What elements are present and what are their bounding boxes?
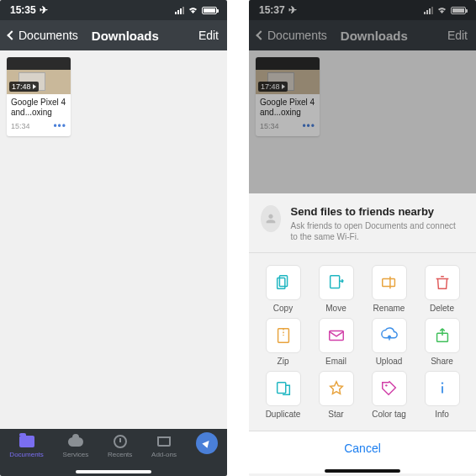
action-label: Color tag: [372, 410, 406, 419]
duplicate-button[interactable]: [266, 371, 301, 406]
action-delete: Delete: [418, 265, 466, 313]
action-label: Zip: [278, 357, 289, 366]
action-label: Delete: [430, 304, 454, 313]
location-icon: ✈: [288, 4, 297, 16]
action-share: Share: [418, 318, 466, 366]
nav-bar: Documents Downloads Edit: [249, 20, 476, 50]
file-item[interactable]: 17:48 Google Pixel 4 and...oxing 15:34 •…: [7, 57, 71, 136]
tab-addons[interactable]: Add-ons: [151, 434, 177, 458]
action-duplicate: Duplicate: [259, 371, 307, 419]
page-title: Downloads: [92, 29, 159, 43]
tab-browser[interactable]: [196, 434, 218, 454]
move-button[interactable]: [319, 265, 354, 300]
action-star: Star: [312, 371, 360, 419]
action-label: Share: [431, 357, 453, 366]
share-heading: Send files to friends nearby: [291, 205, 464, 218]
file-thumbnail: 17:48: [7, 57, 71, 94]
more-button[interactable]: •••: [53, 120, 66, 132]
share-icon: [433, 326, 452, 345]
rename-button[interactable]: [372, 265, 407, 300]
page-title: Downloads: [341, 29, 408, 43]
back-button[interactable]: Documents: [257, 29, 327, 42]
action-label: Move: [325, 304, 346, 313]
action-move: Move: [312, 265, 360, 313]
back-label: Documents: [19, 29, 78, 42]
star-icon: [327, 379, 346, 398]
folder-icon: [19, 436, 34, 447]
svg-rect-0: [279, 276, 287, 287]
status-bar: 15:37 ✈: [249, 0, 476, 20]
cloud-icon: [68, 437, 83, 447]
svg-point-10: [385, 384, 387, 386]
play-icon: [282, 84, 285, 89]
battery-icon: [451, 7, 466, 14]
svg-rect-3: [382, 278, 394, 286]
file-time: 15:34: [11, 122, 30, 130]
file-time: 15:34: [260, 122, 279, 130]
file-title: Google Pixel 4 and...oxing: [11, 98, 66, 118]
tab-documents[interactable]: Documents: [9, 434, 43, 458]
tab-recents[interactable]: Recents: [108, 434, 132, 458]
home-indicator[interactable]: [325, 469, 400, 473]
tab-services[interactable]: Services: [63, 434, 89, 458]
info-button[interactable]: [425, 371, 460, 406]
status-time: 15:35: [10, 4, 36, 16]
edit-button[interactable]: Edit: [198, 29, 219, 42]
copy-button[interactable]: [266, 265, 301, 300]
star-button[interactable]: [319, 371, 354, 406]
email-icon: [327, 326, 346, 345]
colortag-button[interactable]: [372, 371, 407, 406]
email-button[interactable]: [319, 318, 354, 353]
edit-button[interactable]: Edit: [447, 29, 468, 42]
phone-left: 15:35 ✈ Documents Downloads Edit 17:48: [0, 0, 227, 476]
signal-icon: [175, 7, 184, 14]
file-thumbnail: 17:48: [256, 57, 320, 94]
upload-button[interactable]: [372, 318, 407, 353]
action-sheet: Send files to friends nearby Ask friends…: [249, 193, 476, 476]
location-icon: ✈: [40, 4, 48, 16]
svg-rect-1: [277, 278, 284, 289]
cart-icon: [157, 436, 171, 447]
action-label: Rename: [373, 304, 405, 313]
action-info: Info: [418, 371, 466, 419]
status-bar: 15:35 ✈: [0, 0, 227, 20]
upload-icon: [380, 326, 399, 345]
duration-badge: 17:48: [258, 82, 288, 92]
action-email: Email: [312, 318, 360, 366]
phone-right: 15:37 ✈ Documents Downloads Edit 17:48: [249, 0, 476, 476]
file-item[interactable]: 17:48 Google Pixel 4 and...oxing 15:34 •…: [256, 57, 320, 136]
action-label: Star: [328, 410, 343, 419]
wifi-icon: [188, 6, 198, 14]
battery-icon: [202, 7, 217, 14]
file-title: Google Pixel 4 and...oxing: [260, 98, 315, 118]
svg-rect-9: [277, 383, 285, 394]
wifi-icon: [436, 6, 447, 14]
clock-icon: [114, 435, 127, 448]
action-label: Email: [325, 357, 346, 366]
action-grid: CopyMoveRenameDeleteZipEmailUploadShareD…: [249, 253, 476, 431]
chevron-left-icon: [7, 30, 16, 40]
info-icon: [433, 379, 452, 398]
action-colortag: Color tag: [365, 371, 413, 419]
share-nearby[interactable]: Send files to friends nearby Ask friends…: [249, 193, 476, 252]
action-rename: Rename: [365, 265, 413, 313]
svg-rect-7: [329, 331, 343, 341]
play-icon: [33, 84, 36, 89]
share-subtext: Ask friends to open Documents and connec…: [291, 220, 464, 242]
delete-button[interactable]: [425, 265, 460, 300]
action-label: Upload: [376, 357, 403, 366]
share-button[interactable]: [425, 318, 460, 353]
zip-icon: [274, 326, 293, 345]
back-button[interactable]: Documents: [8, 29, 78, 42]
action-label: Info: [435, 410, 449, 419]
zip-button[interactable]: [266, 318, 301, 353]
action-label: Copy: [273, 304, 293, 313]
signal-icon: [424, 7, 433, 14]
cancel-button[interactable]: Cancel: [249, 431, 476, 473]
more-button[interactable]: •••: [302, 120, 315, 132]
delete-icon: [433, 273, 452, 292]
move-icon: [327, 273, 346, 292]
svg-rect-2: [330, 276, 339, 288]
home-indicator[interactable]: [76, 470, 151, 473]
copy-icon: [274, 273, 293, 292]
